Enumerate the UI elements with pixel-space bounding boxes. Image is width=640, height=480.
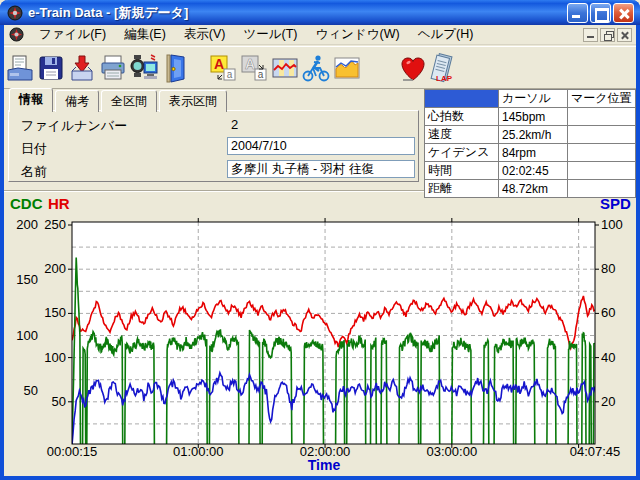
x-tick-label: 02:00:00 bbox=[300, 444, 351, 459]
tab-strip: 情報 備考 全区間 表示区間 bbox=[9, 91, 229, 111]
hr-tick-label: 200 bbox=[44, 261, 66, 276]
spd-tick-label: 40 bbox=[601, 350, 615, 365]
spd-tick-label: 100 bbox=[601, 217, 623, 232]
x-tick-label: 00:00:15 bbox=[47, 444, 98, 459]
tab-all-section[interactable]: 全区間 bbox=[101, 90, 157, 112]
spd-tick-label: 60 bbox=[601, 305, 615, 320]
tab-display-section[interactable]: 表示区間 bbox=[159, 90, 227, 112]
cdc-tick-label: 150 bbox=[16, 272, 38, 287]
name-input[interactable] bbox=[227, 160, 415, 178]
hr-tick-label: 250 bbox=[44, 217, 66, 232]
x-tick-label: 04:07:45 bbox=[570, 444, 621, 459]
cdc-tick-label: 200 bbox=[16, 217, 38, 232]
app-window: e-Train Data - [新規データ] ファイル(F) 編集(E) 表示(… bbox=[0, 0, 640, 480]
name-label: 名前 bbox=[21, 163, 47, 181]
date-label: 日付 bbox=[21, 140, 47, 158]
date-input[interactable] bbox=[227, 137, 415, 155]
cdc-tick-label: 100 bbox=[16, 328, 38, 343]
spd-tick-label: 80 bbox=[601, 261, 615, 276]
file-number-label: ファイルナンバー bbox=[21, 117, 127, 135]
tab-info[interactable]: 情報 bbox=[9, 88, 53, 112]
info-panel: ファイルナンバー 2 日付 名前 bbox=[8, 110, 419, 182]
tab-notes[interactable]: 備考 bbox=[55, 90, 99, 112]
hr-tick-label: 150 bbox=[44, 305, 66, 320]
spd-tick-label: 20 bbox=[601, 394, 615, 409]
hr-tick-label: 100 bbox=[44, 350, 66, 365]
hr-tick-label: 50 bbox=[52, 394, 66, 409]
cdc-tick-label: 50 bbox=[24, 383, 38, 398]
chart-plot-area[interactable]: 50100150200250501001502002040608010000:0… bbox=[4, 0, 640, 480]
x-tick-label: 01:00:00 bbox=[173, 444, 224, 459]
file-number-value: 2 bbox=[231, 117, 238, 132]
x-tick-label: 03:00:00 bbox=[427, 444, 478, 459]
